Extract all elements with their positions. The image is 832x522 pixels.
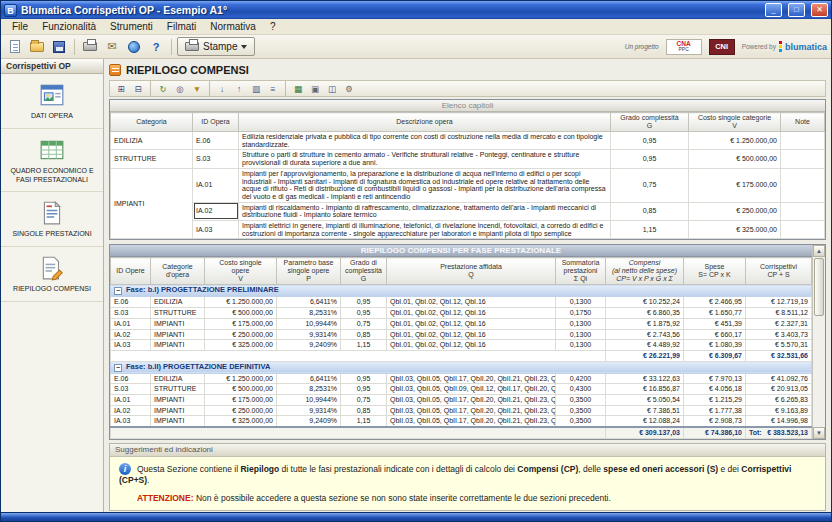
vertical-scrollbar[interactable]: ▲ ▼ bbox=[812, 245, 825, 438]
collapse-all-icon[interactable]: ⊟ bbox=[130, 82, 146, 95]
table-row[interactable]: IA.03 Impianti elettrici in genere, impi… bbox=[111, 220, 825, 238]
cell-sommatoria: 0,4200 bbox=[556, 373, 606, 384]
cell-compensi: € 2.743,56 bbox=[606, 329, 684, 340]
expand-all-icon[interactable]: ⊞ bbox=[113, 82, 129, 95]
sidebar-item-label: DATI OPERA bbox=[31, 112, 73, 121]
scroll-down-icon[interactable]: ▼ bbox=[813, 427, 825, 439]
save-button[interactable] bbox=[49, 37, 69, 56]
cell-corrispettivi: € 3.403,73 bbox=[746, 329, 812, 340]
cell-id: E.06 bbox=[193, 132, 239, 150]
menu-file[interactable]: File bbox=[5, 20, 35, 33]
table-row[interactable]: IA.02 Impianti di riscaldamento - Impian… bbox=[111, 202, 825, 220]
menu-normativa[interactable]: Normativa bbox=[203, 20, 263, 33]
refresh-icon[interactable]: ↻ bbox=[155, 82, 171, 95]
cell-parametro: 10,9944% bbox=[277, 394, 341, 405]
menu-filmati[interactable]: Filmati bbox=[160, 20, 203, 33]
cell-prestazione: QbI.01, QbI.02, QbI.12, QbI.16 bbox=[387, 318, 556, 329]
find-icon[interactable]: ◎ bbox=[172, 82, 188, 95]
scroll-up-icon[interactable]: ▲ bbox=[813, 245, 825, 257]
suggerimenti-title: Suggerimenti ed indicazioni bbox=[110, 444, 825, 457]
text-segment: di tutte le fasi prestazionali indicate … bbox=[279, 464, 517, 474]
table-row[interactable]: STRUTTURE S.03 Strutture o parti di stru… bbox=[111, 150, 825, 168]
cell-corrispettivi: € 41.092,76 bbox=[746, 373, 812, 384]
sort-asc-icon[interactable]: ↓ bbox=[214, 82, 230, 95]
menu-funzionalita[interactable]: Funzionalità bbox=[35, 20, 103, 33]
cell-categoria: IMPIANTI bbox=[151, 416, 205, 427]
stampe-dropdown[interactable]: Stampe bbox=[177, 37, 255, 56]
cell-parametro: 10,9944% bbox=[277, 318, 341, 329]
cell-note bbox=[781, 132, 825, 150]
riepilogo-row[interactable]: S.03 STRUTTURE € 500.000,00 8,2531% 0,95… bbox=[111, 384, 812, 395]
settings-icon[interactable]: ⚙ bbox=[341, 82, 357, 95]
cell-spese: € 7.970,13 bbox=[684, 373, 746, 384]
menu-strumenti[interactable]: Strumenti bbox=[103, 20, 160, 33]
filter-icon[interactable]: ▼ bbox=[189, 82, 205, 95]
print-grid-icon[interactable]: ▣ bbox=[307, 82, 323, 95]
cell-note bbox=[781, 168, 825, 202]
riepilogo-row[interactable]: IA.02 IMPIANTI € 250.000,00 9,9314% 0,85… bbox=[111, 329, 812, 340]
riepilogo-row[interactable]: S.03 STRUTTURE € 500.000,00 8,2531% 0,95… bbox=[111, 308, 812, 319]
table-row[interactable]: IMPIANTI IA.01 Impianti per l'approvvigi… bbox=[111, 168, 825, 202]
riepilogo-row[interactable]: IA.01 IMPIANTI € 175.000,00 10,9944% 0,7… bbox=[111, 318, 812, 329]
col-categorie: Categorie d'opera bbox=[151, 258, 205, 285]
cell-compensi: € 6.860,35 bbox=[606, 308, 684, 319]
text-segment: , delle bbox=[578, 464, 603, 474]
riepilogo-row[interactable]: IA.03 IMPIANTI € 325.000,00 9,2409% 1,15… bbox=[111, 340, 812, 351]
riepilogo-compensi-icon bbox=[39, 255, 65, 281]
sidebar-item-label: RIEPILOGO COMPENSI bbox=[13, 285, 91, 294]
close-button[interactable]: ✕ bbox=[811, 3, 828, 17]
cell-id: IA.02 bbox=[193, 202, 239, 220]
riepilogo-row[interactable]: IA.02 IMPIANTI € 250.000,00 9,9314% 0,85… bbox=[111, 405, 812, 416]
help-button[interactable]: ? bbox=[146, 37, 166, 56]
columns-icon[interactable]: ▥ bbox=[248, 82, 264, 95]
empty-cell bbox=[111, 427, 606, 438]
minimize-button[interactable]: _ bbox=[765, 3, 782, 17]
print-button[interactable] bbox=[80, 37, 100, 56]
riepilogo-row[interactable]: E.06 EDILIZIA € 1.250.000,00 6,6411% 0,9… bbox=[111, 373, 812, 384]
sidebar-item-dati-opera[interactable]: DATI OPERA bbox=[1, 74, 103, 129]
scrollbar-track[interactable] bbox=[813, 317, 825, 426]
sidebar-item-riepilogo-compensi[interactable]: RIEPILOGO COMPENSI bbox=[1, 247, 103, 302]
cell-costo: € 1.250.000,00 bbox=[205, 373, 277, 384]
fase-group-cell: −Fase: b.I) PROGETTAZIONE PRELIMINARE bbox=[111, 285, 812, 297]
menu-help[interactable]: ? bbox=[263, 20, 283, 33]
table-row[interactable]: EDILIZIA E.06 Edilizia residenziale priv… bbox=[111, 132, 825, 150]
cell-corrispettivi: € 20.913,05 bbox=[746, 384, 812, 395]
open-button[interactable] bbox=[27, 37, 47, 56]
riepilogo-row[interactable]: E.06 EDILIZIA € 1.250.000,00 6,6411% 0,9… bbox=[111, 297, 812, 308]
collapse-icon[interactable]: − bbox=[114, 364, 122, 372]
grid-toolbar-separator bbox=[285, 81, 286, 97]
fase-subtotal-row: € 26.221,99 € 6.309,67 € 32.531,66 bbox=[111, 350, 812, 361]
fase-group-row[interactable]: −Fase: b.II) PROGETTAZIONE DEFINITIVA bbox=[111, 361, 812, 373]
blumatica-brand: blumatica bbox=[785, 42, 827, 52]
elenco-capitoli-table: Categoria ID Opera Descrizione opera Gra… bbox=[110, 112, 825, 239]
riepilogo-row[interactable]: IA.01 IMPIANTI € 175.000,00 10,9944% 0,7… bbox=[111, 394, 812, 405]
scrollbar-thumb[interactable] bbox=[814, 258, 824, 316]
new-document-button[interactable] bbox=[5, 37, 25, 56]
sidebar-item-quadro-economico[interactable]: QUADRO ECONOMICO E FASI PRESTAZIONALI bbox=[1, 129, 103, 193]
email-button[interactable]: ✉ bbox=[102, 37, 122, 56]
riepilogo-page-icon bbox=[109, 64, 121, 76]
cell-grado: 0,85 bbox=[611, 202, 689, 220]
preview-icon[interactable]: ◫ bbox=[324, 82, 340, 95]
col-categoria: Categoria bbox=[111, 113, 193, 132]
export-excel-icon[interactable]: ▦ bbox=[290, 82, 306, 95]
group-icon[interactable]: ≡ bbox=[265, 82, 281, 95]
cell-sommatoria: 0,1300 bbox=[556, 297, 606, 308]
riepilogo-row[interactable]: IA.03 IMPIANTI € 325.000,00 9,2409% 1,15… bbox=[111, 416, 812, 427]
web-button[interactable] bbox=[124, 37, 144, 56]
suggerimenti-panel: Suggerimenti ed indicazioni iQuesta Sezi… bbox=[109, 443, 826, 511]
main-area: RIEPILOGO COMPENSI ⊞ ⊟ ↻ ◎ ▼ ↓ ↑ ▥ ≡ ▦ ▣… bbox=[104, 59, 831, 512]
grand-total-row: € 309.137,03 € 74.386,10 Tot:€ 383.523,1… bbox=[111, 427, 812, 438]
grand-total-corrispettivi: Tot:€ 383.523,13 bbox=[746, 427, 812, 438]
cell-id: IA.02 bbox=[111, 405, 151, 416]
sidebar-item-singole-prestazioni[interactable]: SINGOLE PRESTAZIONI bbox=[1, 192, 103, 247]
cell-spese: € 2.908,73 bbox=[684, 416, 746, 427]
collapse-icon[interactable]: − bbox=[114, 287, 122, 295]
fase-group-row[interactable]: −Fase: b.I) PROGETTAZIONE PRELIMINARE bbox=[111, 285, 812, 297]
cell-parametro: 6,6411% bbox=[277, 373, 341, 384]
cell-grado: 0,75 bbox=[611, 168, 689, 202]
maximize-button[interactable]: □ bbox=[788, 3, 805, 17]
sort-desc-icon[interactable]: ↑ bbox=[231, 82, 247, 95]
cell-prestazione: QbII.03, QbII.05, QbII.17, QbII.20, QbII… bbox=[387, 394, 556, 405]
